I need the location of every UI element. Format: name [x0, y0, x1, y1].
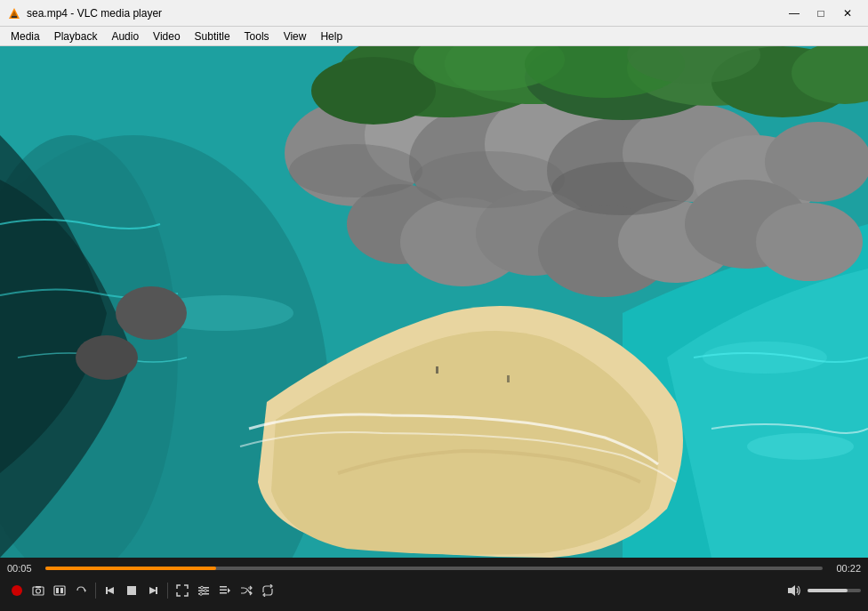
svg-point-37: [747, 433, 854, 460]
menu-bar: Media Playback Audio Video Subtitle Tool…: [0, 27, 868, 46]
loop-button[interactable]: [258, 581, 277, 600]
volume-button[interactable]: [784, 581, 804, 600]
svg-point-23: [414, 151, 565, 208]
svg-rect-40: [436, 366, 438, 374]
svg-point-22: [289, 144, 422, 197]
svg-rect-46: [54, 586, 65, 595]
progress-bar[interactable]: [45, 567, 823, 570]
svg-marker-50: [107, 587, 114, 594]
volume-slider[interactable]: [808, 589, 861, 592]
menu-tools[interactable]: Tools: [237, 27, 277, 45]
menu-video[interactable]: Video: [146, 27, 187, 45]
svg-rect-47: [56, 588, 59, 593]
time-total: 00:22: [830, 563, 861, 574]
svg-rect-41: [507, 375, 510, 382]
svg-point-59: [205, 590, 207, 592]
window-title: sea.mp4 - VLC media player: [27, 7, 162, 20]
maximize-button[interactable]: □: [808, 4, 834, 22]
close-button[interactable]: ✕: [834, 4, 861, 22]
svg-point-39: [76, 335, 138, 380]
snapshot-button[interactable]: [28, 581, 48, 600]
svg-rect-61: [220, 586, 227, 588]
svg-point-38: [116, 286, 187, 340]
svg-rect-52: [127, 586, 136, 595]
extended-settings-button[interactable]: [194, 581, 213, 600]
svg-point-60: [200, 592, 203, 595]
svg-rect-2: [12, 16, 17, 18]
volume-area: [784, 581, 861, 600]
svg-point-21: [756, 203, 863, 281]
menu-view[interactable]: View: [277, 27, 314, 45]
svg-point-44: [36, 589, 41, 593]
svg-rect-51: [106, 587, 108, 594]
svg-marker-49: [84, 589, 86, 592]
video-area[interactable]: [0, 46, 868, 558]
svg-point-58: [201, 586, 204, 589]
svg-rect-43: [33, 587, 44, 595]
buttons-row: [0, 577, 868, 604]
svg-rect-48: [60, 588, 63, 593]
playlist-button[interactable]: [215, 581, 235, 600]
svg-point-36: [703, 342, 827, 374]
fullscreen-button[interactable]: [173, 581, 192, 600]
prev-button[interactable]: [100, 581, 120, 600]
stop-button[interactable]: [122, 581, 141, 600]
title-left: sea.mp4 - VLC media player: [7, 6, 162, 20]
ab-loop-button[interactable]: [71, 581, 91, 600]
menu-help[interactable]: Help: [313, 27, 350, 45]
video-frame: [0, 46, 868, 558]
title-controls: — □ ✕: [781, 4, 861, 22]
controls-area: 00:05 00:22: [0, 558, 868, 611]
svg-marker-65: [788, 585, 795, 596]
separator-1: [95, 583, 96, 599]
record-button[interactable]: [7, 581, 27, 600]
random-button[interactable]: [237, 581, 256, 600]
svg-rect-63: [220, 592, 227, 594]
menu-media[interactable]: Media: [4, 27, 47, 45]
svg-rect-45: [36, 586, 41, 588]
vlc-logo-icon: [7, 6, 21, 20]
svg-point-24: [551, 162, 694, 215]
svg-rect-62: [220, 590, 227, 591]
menu-subtitle[interactable]: Subtitle: [188, 27, 237, 45]
menu-audio[interactable]: Audio: [104, 27, 146, 45]
menu-playback[interactable]: Playback: [47, 27, 105, 45]
svg-marker-64: [228, 588, 230, 593]
progress-fill: [45, 567, 216, 570]
svg-rect-54: [156, 587, 157, 594]
volume-fill: [808, 589, 848, 592]
minimize-button[interactable]: —: [781, 4, 808, 22]
frame-button[interactable]: [50, 581, 69, 600]
next-button[interactable]: [143, 581, 163, 600]
progress-row: 00:05 00:22: [0, 558, 868, 577]
separator-2: [167, 583, 168, 599]
svg-marker-53: [149, 587, 157, 594]
svg-point-42: [12, 585, 22, 596]
time-current: 00:05: [7, 563, 38, 574]
title-bar: sea.mp4 - VLC media player — □ ✕: [0, 0, 868, 27]
